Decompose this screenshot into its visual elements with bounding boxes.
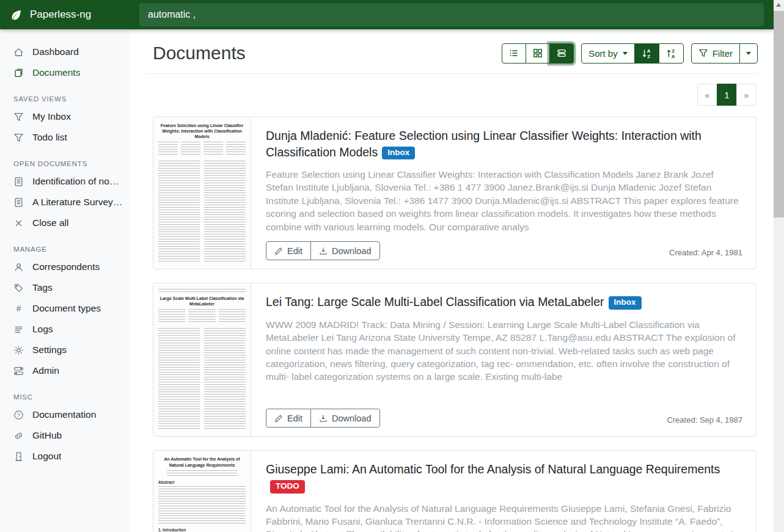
tag-badge-inbox[interactable]: Inbox	[382, 147, 415, 160]
tag-icon	[13, 283, 24, 293]
svg-text:#: #	[16, 304, 21, 313]
scrollbar-thumb[interactable]	[774, 11, 784, 217]
grid-view-icon	[533, 48, 543, 58]
svg-text:A: A	[671, 53, 675, 58]
main-content: Documents	[130, 29, 774, 532]
sidebar-item-my-inbox[interactable]: My Inbox	[0, 106, 130, 127]
sidebar: Dashboard Documents SAVED VIEWS My Inbox…	[0, 29, 130, 532]
sidebar-item-open-doc-1[interactable]: Identification of non-fu...	[0, 171, 130, 192]
link-icon	[13, 431, 24, 441]
funnel-icon	[698, 48, 708, 58]
filter-button[interactable]: Filter	[691, 43, 740, 64]
sidebar-item-logout[interactable]: Logout	[0, 446, 130, 467]
sidebar-item-documentation[interactable]: ? Documentation	[0, 404, 130, 425]
leaf-logo-icon	[10, 9, 23, 21]
documents-toolbar: Sort by A Z Z A	[502, 43, 758, 64]
sort-descending-button[interactable]: A Z	[634, 43, 659, 64]
filter-group: Filter	[691, 43, 758, 64]
tag-badge-todo[interactable]: TODO	[270, 480, 305, 494]
gear-icon	[13, 345, 24, 355]
created-date: Created: Sep 4, 1987	[667, 415, 742, 428]
sort-by-dropdown[interactable]: Sort by	[581, 43, 635, 64]
sidebar-item-admin[interactable]: Admin	[0, 360, 130, 381]
sidebar-section-misc: MISC	[0, 381, 130, 404]
filter-dropdown-toggle[interactable]	[739, 43, 758, 64]
sidebar-item-close-all[interactable]: Close all	[0, 213, 130, 233]
caret-down-icon	[746, 52, 751, 55]
sort-ascending-button[interactable]: Z A	[659, 43, 684, 64]
scrollbar-up-arrow-icon[interactable]	[776, 3, 781, 7]
document-thumbnail-1[interactable]: Feature Selection using Linear Classifie…	[153, 117, 251, 269]
pagination-page-1[interactable]: 1	[717, 84, 737, 106]
sidebar-item-todo-list[interactable]: Todo list	[0, 127, 130, 148]
sidebar-item-settings[interactable]: Settings	[0, 340, 130, 360]
view-mode-group	[502, 43, 574, 64]
hash-icon: #	[13, 304, 24, 314]
document-excerpt: WWW 2009 MADRID! Track: Data Mining / Se…	[266, 318, 742, 384]
funnel-icon	[13, 112, 24, 122]
door-icon	[13, 451, 24, 462]
view-grid-button[interactable]	[526, 43, 550, 64]
document-card-2: Large Scale Multi-Label Classification v…	[153, 283, 757, 437]
sidebar-item-document-types[interactable]: # Document types	[0, 298, 130, 319]
sidebar-section-saved-views: SAVED VIEWS	[0, 83, 130, 106]
download-icon	[319, 414, 328, 423]
tag-badge-inbox[interactable]: Inbox	[609, 296, 642, 310]
document-title[interactable]: Lei Tang: Large Scale Multi-Label Classi…	[266, 294, 742, 310]
sidebar-item-correspondents[interactable]: Correspondents	[0, 257, 130, 277]
app-brand[interactable]: Paperless-ng	[0, 9, 130, 21]
document-excerpt: An Automatic Tool for the Analysis of Na…	[266, 502, 742, 532]
sidebar-item-open-doc-2[interactable]: A Literature Survey on ...	[0, 192, 130, 213]
edit-button[interactable]: Edit	[266, 409, 311, 428]
sort-group: Sort by A Z Z A	[581, 43, 684, 64]
sidebar-item-logs[interactable]: Logs	[0, 319, 130, 340]
document-excerpt: Feature Selection using Linear Classifie…	[266, 168, 742, 233]
sidebar-item-dashboard[interactable]: Dashboard	[0, 42, 130, 62]
text-lines-icon	[13, 324, 24, 335]
funnel-icon	[13, 133, 24, 143]
document-thumbnail-2[interactable]: Large Scale Multi-Label Classification v…	[153, 283, 251, 436]
download-button[interactable]: Download	[310, 241, 380, 260]
download-button[interactable]: Download	[310, 409, 380, 428]
pencil-icon	[274, 247, 283, 255]
home-icon	[13, 47, 24, 57]
pagination-prev-button[interactable]: «	[697, 84, 717, 106]
details-view-icon	[557, 48, 566, 58]
brand-name: Paperless-ng	[30, 9, 91, 21]
sidebar-section-open-documents: OPEN DOCUMENTS	[0, 148, 130, 171]
document-card-3: An Automatic Tool for the Analysis of Na…	[153, 450, 757, 532]
question-circle-icon: ?	[13, 410, 24, 420]
caret-down-icon	[623, 52, 628, 55]
sidebar-item-github[interactable]: GitHub	[0, 425, 130, 446]
document-list: Feature Selection using Linear Classifie…	[145, 117, 758, 532]
page-title: Documents	[145, 43, 246, 64]
top-navbar: Paperless-ng	[0, 0, 774, 29]
person-icon	[13, 262, 24, 272]
header-divider	[145, 73, 758, 74]
view-details-button[interactable]	[549, 43, 574, 64]
sort-alpha-down-icon: A Z	[642, 48, 652, 59]
document-title[interactable]: Dunja Mladenić: Feature Selection using …	[266, 128, 742, 160]
close-icon	[13, 218, 24, 228]
sort-alpha-up-icon: Z A	[666, 48, 676, 59]
document-card-1: Feature Selection using Linear Classifie…	[153, 117, 757, 269]
pagination: « 1 »	[697, 84, 757, 106]
pencil-icon	[274, 414, 283, 423]
file-text-icon	[13, 177, 24, 187]
download-icon	[319, 247, 328, 255]
view-list-button[interactable]	[502, 43, 526, 64]
list-view-icon	[509, 48, 519, 58]
document-title[interactable]: Giuseppe Lami: An Automatic Tool for the…	[266, 461, 742, 494]
pagination-next-button[interactable]: »	[736, 84, 757, 106]
sidebar-item-tags[interactable]: Tags	[0, 277, 130, 298]
document-thumbnail-3[interactable]: An Automatic Tool for the Analysis of Na…	[153, 451, 251, 532]
created-date: Created: Apr 4, 1981	[669, 248, 742, 260]
sidebar-section-manage: MANAGE	[0, 233, 130, 257]
sidebar-item-documents[interactable]: Documents	[0, 62, 130, 83]
edit-button[interactable]: Edit	[266, 241, 311, 260]
window-scrollbar[interactable]	[774, 0, 784, 532]
file-text-icon	[13, 197, 24, 208]
global-search-input[interactable]	[139, 3, 764, 26]
svg-text:?: ?	[17, 412, 20, 418]
documents-icon	[13, 68, 24, 78]
